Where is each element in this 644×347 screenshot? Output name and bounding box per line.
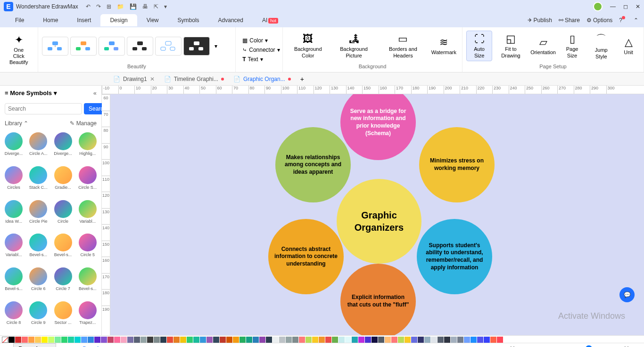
color-swatch[interactable] bbox=[121, 337, 127, 343]
symbol-item[interactable]: Circle Pie bbox=[26, 199, 50, 232]
color-swatch[interactable] bbox=[61, 337, 67, 343]
color-swatch[interactable] bbox=[127, 337, 133, 343]
color-swatch[interactable] bbox=[339, 337, 345, 343]
bubble-explicit[interactable]: Explicit information that cuts out the "… bbox=[340, 264, 416, 335]
doc-tab-timeline[interactable]: 📄 Timeline Graphi... bbox=[159, 74, 229, 84]
color-swatch[interactable] bbox=[405, 337, 411, 343]
close-window-icon[interactable]: ✕ bbox=[636, 3, 640, 10]
auto-size-button[interactable]: ⛶Auto Size bbox=[466, 31, 493, 61]
color-swatch[interactable] bbox=[372, 337, 378, 343]
color-swatch[interactable] bbox=[187, 337, 193, 343]
undo-icon[interactable]: ↶ bbox=[86, 3, 91, 10]
style-more-icon[interactable]: ▾ bbox=[212, 43, 220, 49]
color-swatch[interactable] bbox=[160, 337, 166, 343]
color-swatch[interactable] bbox=[418, 337, 424, 343]
color-swatch[interactable] bbox=[68, 337, 74, 343]
symbol-item[interactable]: Bevel-s... bbox=[2, 266, 25, 299]
symbol-item[interactable]: Gradie... bbox=[51, 165, 75, 198]
symbol-item[interactable]: Bevel-s... bbox=[26, 233, 50, 266]
export-icon[interactable]: ⇱ bbox=[154, 3, 158, 10]
color-swatch[interactable] bbox=[35, 337, 41, 343]
watermark-button[interactable]: ≋Watermark bbox=[429, 34, 458, 57]
color-swatch[interactable] bbox=[101, 337, 107, 343]
color-swatch[interactable] bbox=[48, 337, 54, 343]
color-swatch[interactable] bbox=[299, 337, 305, 343]
color-swatch[interactable] bbox=[41, 337, 48, 343]
orientation-button[interactable]: ▱Orientation bbox=[529, 34, 557, 57]
menu-design[interactable]: Design bbox=[100, 14, 137, 26]
color-swatch[interactable] bbox=[325, 337, 331, 343]
symbol-item[interactable]: Idea W... bbox=[2, 199, 25, 232]
menu-home[interactable]: Home bbox=[33, 14, 67, 26]
color-swatch[interactable] bbox=[457, 337, 463, 343]
canvas[interactable]: Serve as a bridge for new information an… bbox=[110, 94, 644, 335]
new-icon[interactable]: ⊞ bbox=[107, 3, 111, 10]
color-swatch[interactable] bbox=[173, 337, 180, 343]
color-swatch[interactable] bbox=[391, 337, 397, 343]
user-avatar[interactable] bbox=[593, 2, 603, 11]
no-fill-swatch[interactable] bbox=[2, 337, 8, 343]
color-swatch[interactable] bbox=[352, 337, 358, 343]
color-swatch[interactable] bbox=[471, 337, 477, 343]
symbol-search-input[interactable] bbox=[5, 103, 82, 114]
color-swatch[interactable] bbox=[253, 337, 259, 343]
color-swatch[interactable] bbox=[444, 337, 450, 343]
bubble-stress[interactable]: Minimizes stress on working memory bbox=[419, 127, 495, 202]
color-swatch[interactable] bbox=[266, 337, 272, 343]
menu-view[interactable]: View bbox=[137, 14, 168, 26]
menu-insert[interactable]: Insert bbox=[67, 14, 100, 26]
borders-headers-button[interactable]: ▭Borders and Headers bbox=[379, 31, 428, 60]
style-preset-6[interactable] bbox=[183, 37, 210, 56]
color-swatch[interactable] bbox=[220, 337, 226, 343]
chat-icon[interactable]: 💬 bbox=[619, 287, 635, 302]
color-swatch[interactable] bbox=[88, 337, 94, 343]
symbol-item[interactable]: Circle 5 bbox=[76, 233, 99, 266]
color-swatch[interactable] bbox=[213, 337, 219, 343]
color-swatch[interactable] bbox=[22, 337, 28, 343]
manage-link[interactable]: ✎ Manage bbox=[70, 120, 97, 127]
color-swatch[interactable] bbox=[259, 337, 265, 343]
page-select[interactable]: Page-1 bbox=[13, 343, 56, 347]
color-swatch[interactable] bbox=[206, 337, 213, 343]
color-swatch[interactable] bbox=[193, 337, 199, 343]
close-tab-icon[interactable]: ✕ bbox=[150, 76, 155, 82]
symbol-item[interactable]: Bevel-s... bbox=[51, 233, 75, 266]
symbol-item[interactable]: Circle 9 bbox=[26, 300, 50, 333]
color-swatch[interactable] bbox=[431, 337, 437, 343]
menu-advanced[interactable]: Advanced bbox=[209, 14, 253, 26]
color-swatch[interactable] bbox=[305, 337, 312, 343]
color-swatch[interactable] bbox=[134, 337, 140, 343]
style-preset-2[interactable] bbox=[70, 37, 97, 56]
color-swatch[interactable] bbox=[94, 337, 100, 343]
color-swatch[interactable] bbox=[239, 337, 246, 343]
menu-symbols[interactable]: Symbols bbox=[168, 14, 209, 26]
color-swatch[interactable] bbox=[167, 337, 173, 343]
style-preset-1[interactable] bbox=[42, 37, 68, 56]
color-swatch[interactable] bbox=[438, 337, 444, 343]
color-swatch[interactable] bbox=[226, 337, 232, 343]
bubble-center[interactable]: Graphic Organizers bbox=[337, 179, 421, 264]
symbol-item[interactable]: Variabl... bbox=[2, 233, 25, 266]
color-swatch[interactable] bbox=[114, 337, 120, 343]
color-swatch[interactable] bbox=[246, 337, 252, 343]
style-preset-3[interactable] bbox=[99, 37, 125, 56]
color-swatch[interactable] bbox=[140, 337, 147, 343]
help-icon[interactable]: ? bbox=[619, 17, 627, 24]
color-swatch[interactable] bbox=[154, 337, 160, 343]
library-label[interactable]: Library ⌃ bbox=[5, 120, 28, 127]
new-tab-button[interactable]: + bbox=[296, 73, 309, 85]
qat-more-icon[interactable]: ▾ bbox=[164, 3, 167, 10]
color-swatch[interactable] bbox=[292, 337, 298, 343]
bubble-abstract[interactable]: Connects abstract information to concret… bbox=[268, 219, 344, 294]
bubble-relationships[interactable]: Makes relationships among concepts and i… bbox=[275, 127, 351, 202]
symbol-item[interactable]: Circle 6 bbox=[26, 266, 50, 299]
one-click-beautify-button[interactable]: ✦ One Click Beautify bbox=[4, 32, 34, 68]
color-swatch[interactable] bbox=[15, 337, 21, 343]
color-swatch[interactable] bbox=[180, 337, 186, 343]
symbol-item[interactable]: Sector ... bbox=[51, 300, 75, 333]
bg-color-button[interactable]: 🖼Background Color bbox=[287, 31, 329, 60]
style-preset-5[interactable] bbox=[155, 37, 182, 56]
color-swatch[interactable] bbox=[312, 337, 318, 343]
color-swatch[interactable] bbox=[74, 337, 81, 343]
text-menu[interactable]: T Text ▾ bbox=[239, 55, 279, 64]
